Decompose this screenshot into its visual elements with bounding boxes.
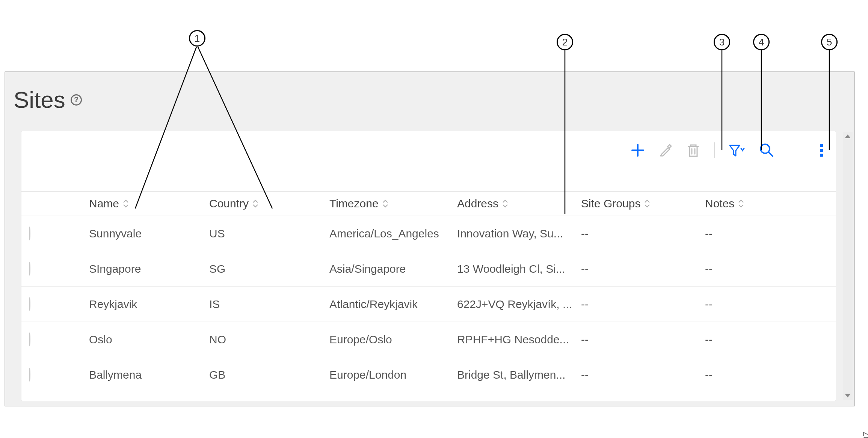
more-menu-button[interactable]: [820, 144, 823, 157]
cell-address: 622J+VQ Reykjavík, ...: [457, 298, 581, 311]
callout-4: 4: [753, 34, 770, 50]
callout-label: 2: [562, 36, 568, 48]
cell-address: Bridge St, Ballymen...: [457, 369, 581, 381]
table-row[interactable]: Sunnyvale US America/Los_Angeles Innovat…: [21, 216, 836, 251]
column-header-timezone[interactable]: Timezone: [329, 197, 457, 210]
search-icon: [759, 143, 774, 158]
sites-table: Name Country Timezone Address: [21, 191, 836, 393]
cell-name: Sunnyvale: [89, 227, 209, 240]
cell-country: SG: [209, 263, 329, 275]
cell-site-groups: --: [581, 263, 705, 275]
column-header-country[interactable]: Country: [209, 197, 329, 210]
sort-icon: [502, 199, 508, 208]
cell-country: IS: [209, 298, 329, 311]
row-select-radio[interactable]: [29, 297, 30, 311]
cell-country: NO: [209, 333, 329, 346]
column-label: Site Groups: [581, 197, 640, 210]
cell-notes: --: [705, 263, 828, 275]
callout-2: 2: [557, 34, 573, 50]
sort-icon: [738, 199, 744, 208]
sort-icon: [382, 199, 388, 208]
column-header-name[interactable]: Name: [89, 197, 209, 210]
cell-timezone: Asia/Singapore: [329, 263, 457, 275]
cell-site-groups: --: [581, 227, 705, 240]
column-label: Timezone: [329, 197, 379, 210]
column-label: Notes: [705, 197, 734, 210]
toolbar-separator: [714, 142, 715, 158]
table-header-row: Name Country Timezone Address: [21, 191, 836, 216]
column-label: Address: [457, 197, 498, 210]
vertical-scrollbar[interactable]: [843, 132, 853, 400]
cell-timezone: Europe/Oslo: [329, 333, 457, 346]
cell-notes: --: [705, 227, 828, 240]
table-row[interactable]: Ballymena GB Europe/London Bridge St, Ba…: [21, 357, 836, 393]
callout-1: 1: [189, 30, 205, 47]
cell-notes: --: [705, 333, 828, 346]
cell-name: Oslo: [89, 333, 209, 346]
cell-site-groups: --: [581, 333, 705, 346]
cell-name: Reykjavik: [89, 298, 209, 311]
cell-address: RPHF+HG Nesodde...: [457, 333, 581, 346]
search-button[interactable]: [759, 143, 774, 158]
add-button[interactable]: [631, 143, 645, 157]
sort-icon: [123, 199, 129, 208]
callout-label: 5: [827, 36, 832, 48]
callout-5: 5: [821, 34, 838, 50]
cell-country: US: [209, 227, 329, 240]
filter-button[interactable]: [728, 143, 746, 157]
delete-button[interactable]: [686, 143, 700, 158]
cell-timezone: America/Los_Angeles: [329, 227, 457, 240]
scroll-up-icon: [845, 134, 851, 138]
column-label: Country: [209, 197, 249, 210]
table-row[interactable]: Oslo NO Europe/Oslo RPHF+HG Nesodde... -…: [21, 322, 836, 357]
cell-country: GB: [209, 369, 329, 381]
callout-label: 4: [759, 36, 764, 48]
column-header-address[interactable]: Address: [457, 197, 581, 210]
cell-site-groups: --: [581, 369, 705, 381]
dot-icon: [820, 144, 823, 147]
plus-icon: [631, 143, 645, 157]
cell-address: Innovation Way, Su...: [457, 227, 581, 240]
dot-icon: [820, 149, 823, 152]
cell-address: 13 Woodleigh Cl, Si...: [457, 263, 581, 275]
edit-button[interactable]: [658, 143, 673, 157]
dot-icon: [820, 154, 823, 157]
row-select-radio[interactable]: [29, 227, 30, 240]
cell-timezone: Europe/London: [329, 369, 457, 381]
filter-icon: [728, 143, 746, 157]
help-icon[interactable]: ?: [71, 94, 82, 106]
scroll-down-icon: [845, 394, 851, 397]
callout-label: 3: [719, 36, 725, 48]
cell-timezone: Atlantic/Reykjavik: [329, 298, 457, 311]
figure-id-label: jn-000907: [861, 431, 868, 438]
table-row[interactable]: Reykjavik IS Atlantic/Reykjavik 622J+VQ …: [21, 287, 836, 322]
row-select-radio[interactable]: [29, 332, 30, 346]
table-row[interactable]: SIngapore SG Asia/Singapore 13 Woodleigh…: [21, 251, 836, 287]
sort-icon: [252, 199, 258, 208]
column-header-site-groups[interactable]: Site Groups: [581, 197, 705, 210]
column-header-notes[interactable]: Notes: [705, 197, 828, 210]
callout-label: 1: [195, 33, 200, 44]
sites-frame: Sites ?: [5, 71, 855, 406]
row-select-radio[interactable]: [29, 368, 30, 382]
cell-notes: --: [705, 369, 828, 381]
page-title: Sites ?: [14, 86, 82, 113]
cell-notes: --: [705, 298, 828, 311]
sort-icon: [644, 199, 650, 208]
trash-icon: [686, 143, 700, 158]
cell-site-groups: --: [581, 298, 705, 311]
cell-name: SIngapore: [89, 263, 209, 275]
sites-panel: Name Country Timezone Address: [21, 131, 836, 401]
toolbar: [631, 142, 823, 158]
row-select-radio[interactable]: [29, 262, 30, 276]
page-title-text: Sites: [14, 86, 65, 113]
callout-3: 3: [714, 34, 730, 50]
pencil-icon: [658, 143, 673, 157]
column-label: Name: [89, 197, 119, 210]
cell-name: Ballymena: [89, 369, 209, 381]
